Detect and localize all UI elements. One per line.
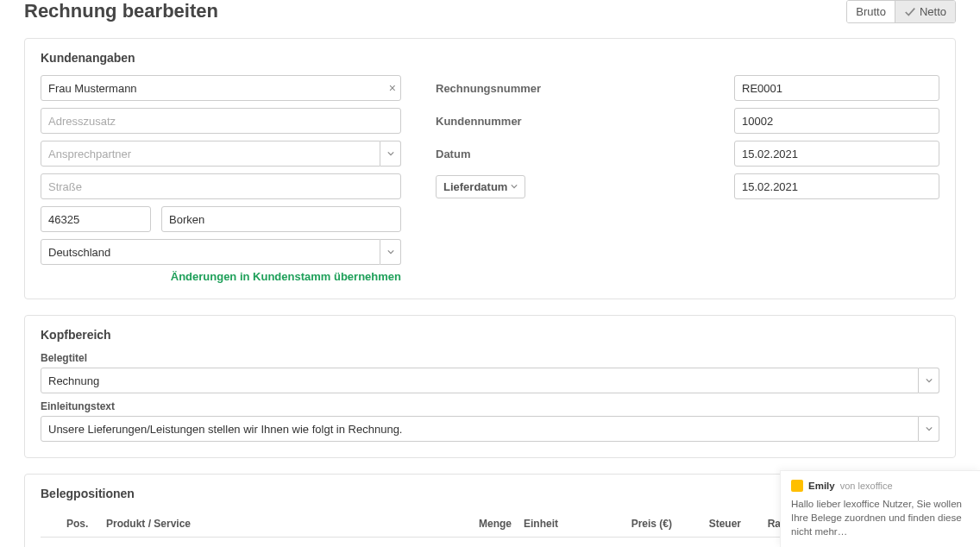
apply-customer-link[interactable]: Änderungen in Kundenstamm übernehmen <box>41 270 401 283</box>
chat-body: Hallo lieber lexoffice Nutzer, Sie wolle… <box>791 497 970 538</box>
head-panel: Kopfbereich Belegtitel Einleitungstext <box>24 315 956 458</box>
delivery-date-button[interactable]: Lieferdatum <box>436 175 525 198</box>
th-pos: Pos. <box>66 518 106 530</box>
netto-button[interactable]: Netto <box>895 1 955 22</box>
th-tax: Steuer <box>672 518 741 530</box>
country-select[interactable] <box>41 239 380 265</box>
chevron-down-icon <box>511 183 518 190</box>
intro-input[interactable] <box>41 416 919 442</box>
customer-section-title: Kundenangaben <box>41 51 939 65</box>
doc-title-label: Belegtitel <box>41 352 939 364</box>
doc-title-caret-icon[interactable] <box>919 368 939 393</box>
intro-caret-icon[interactable] <box>919 416 939 442</box>
chat-logo-icon <box>791 480 803 492</box>
address-extra-input[interactable] <box>41 108 401 134</box>
check-icon <box>904 6 916 18</box>
customer-panel: Kundenangaben × <box>24 38 956 299</box>
chat-widget[interactable]: Emily von lexoffice Hallo lieber lexoffi… <box>780 470 980 547</box>
th-price: Preis (€) <box>577 518 672 530</box>
delivery-date-input[interactable] <box>734 173 939 199</box>
contact-select[interactable] <box>41 141 380 167</box>
zip-input[interactable] <box>41 206 151 232</box>
doc-title-input[interactable] <box>41 368 919 393</box>
gross-net-toggle[interactable]: Brutto Netto <box>846 0 956 23</box>
page-title: Rechnung bearbeiten <box>24 0 218 22</box>
intro-label: Einleitungstext <box>41 400 939 412</box>
country-caret-icon[interactable] <box>380 239 401 265</box>
date-label: Datum <box>436 148 470 160</box>
contact-caret-icon[interactable] <box>380 141 401 167</box>
chat-from: von lexoffice <box>840 481 893 491</box>
netto-label: Netto <box>920 5 946 18</box>
city-input[interactable] <box>161 206 401 232</box>
invoice-no-label: Rechnungsnummer <box>436 82 541 95</box>
head-section-title: Kopfbereich <box>41 328 939 342</box>
clear-customer-icon[interactable]: × <box>389 81 396 95</box>
customer-no-label: Kundennummer <box>436 115 522 128</box>
delivery-date-label: Lieferdatum <box>443 180 507 193</box>
th-qty: Menge <box>463 518 512 530</box>
th-product: Produkt / Service <box>106 518 463 530</box>
customer-name-input[interactable] <box>41 75 401 101</box>
street-input[interactable] <box>41 173 401 199</box>
customer-no-input[interactable] <box>734 108 939 134</box>
th-unit: Einheit <box>512 518 577 530</box>
chat-name: Emily <box>808 481 835 491</box>
invoice-no-input[interactable] <box>734 75 939 101</box>
brutto-button[interactable]: Brutto <box>847 1 895 22</box>
date-input[interactable] <box>734 141 939 167</box>
